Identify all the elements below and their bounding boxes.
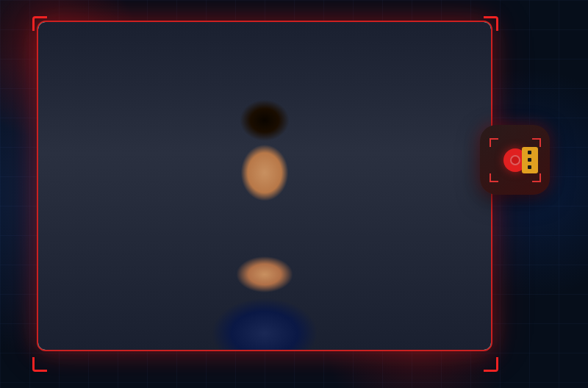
- icon-corner-bl: [490, 173, 498, 182]
- video-grid: [38, 124, 491, 319]
- icon-corner-tl: [490, 138, 498, 147]
- screen-frame: TweakShot Screen Recorder PRO 🔒 ≡ ✕: [37, 21, 492, 351]
- corner-bracket-br: [484, 357, 498, 372]
- icon-film-strip: [522, 147, 538, 173]
- film-hole-2: [528, 158, 531, 162]
- corner-bracket-tl: [32, 16, 47, 31]
- icon-corner-br: [532, 173, 541, 182]
- video-cell-4: [38, 22, 491, 350]
- app-icon-floating: [480, 125, 550, 195]
- icon-corner-tr: [532, 138, 541, 147]
- icon-record-inner: [510, 155, 520, 165]
- film-hole-3: [528, 165, 531, 169]
- corner-bracket-tr: [484, 16, 498, 31]
- film-hole-1: [528, 151, 531, 154]
- app-icon-inner: [490, 138, 541, 182]
- app-window: TweakShot Screen Recorder PRO 🔒 ≡ ✕: [38, 22, 491, 350]
- corner-bracket-bl: [32, 357, 47, 372]
